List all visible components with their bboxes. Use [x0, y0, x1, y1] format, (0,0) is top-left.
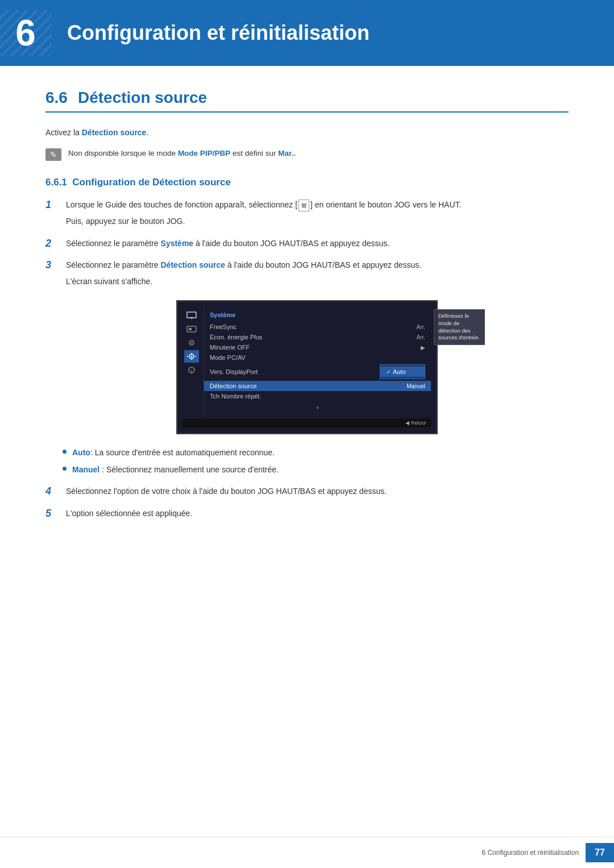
menu-item-freesync: FreeSync Arr. — [204, 322, 431, 332]
step-5-text: L'option sélectionnée est appliquée. — [66, 507, 569, 520]
step-4-text: Sélectionnez l'option de votre choix à l… — [66, 485, 569, 497]
step-4-num: 4 — [45, 485, 58, 497]
step-3-num: 3 — [45, 259, 58, 271]
step-1-content: Lorsque le Guide des touches de fonction… — [66, 198, 569, 227]
step-5: 5 L'option sélectionnée est appliquée. — [45, 507, 569, 520]
step-2: 2 Sélectionnez le paramètre Système à l'… — [45, 237, 569, 250]
bullet-dot-1 — [63, 450, 67, 454]
bullet-list: Auto: La source d'entrée est automatique… — [63, 447, 569, 476]
step-3-sub: L'écran suivant s'affiche. — [66, 275, 569, 288]
step-3-text: Sélectionnez le paramètre Détection sour… — [66, 259, 569, 271]
section-title: Détection source — [78, 89, 207, 107]
page-footer: 6 Configuration et réinitialisation 77 — [0, 837, 614, 868]
icon-display — [184, 309, 199, 322]
menu-header: Système — [204, 310, 431, 322]
submenu-auto: ✔ Auto — [380, 367, 425, 377]
step-2-num: 2 — [45, 237, 58, 250]
icon-info: i — [184, 364, 199, 376]
step-4-content: Sélectionnez l'option de votre choix à l… — [66, 485, 569, 497]
step-1-sub: Puis, appuyez sur le bouton JOG. — [66, 215, 569, 227]
bullet-auto: Auto: La source d'entrée est automatique… — [63, 447, 569, 459]
screen-inner: i Système FreeSync Arr. Econ. énergie Pl… — [183, 307, 431, 416]
note-box: Non disponible lorsque le mode Mode PIP/… — [45, 148, 569, 161]
nav-back-label: Retour — [411, 420, 426, 426]
menu-item-tch: Tch Nombre répét. — [204, 391, 431, 401]
step-3-content: Sélectionnez le paramètre Détection sour… — [66, 259, 569, 288]
menu-item-mode-pcav: Mode PC/AV — [204, 352, 431, 363]
bullet-dot-2 — [63, 467, 67, 471]
section-number: 6.6 — [45, 89, 68, 107]
subsection-number: 6.6.1 — [45, 177, 67, 188]
menu-item-vers-dp: Vers. DisplayPort ✔ Auto — [204, 363, 431, 381]
chapter-number-box: 6 — [0, 10, 51, 56]
step-2-content: Sélectionnez le paramètre Système à l'ai… — [66, 237, 569, 250]
intro-end: . — [146, 128, 148, 137]
bullet-manuel: Manuel : Sélectionnez manuellement une s… — [63, 464, 569, 476]
bullet-auto-text: Auto: La source d'entrée est automatique… — [72, 447, 275, 459]
footer-text: 6 Configuration et réinitialisation — [482, 849, 579, 857]
steps-list-2: 4 Sélectionnez l'option de votre choix à… — [45, 485, 569, 520]
icon-system — [184, 350, 199, 363]
submenu-options: ✔ Auto — [380, 364, 425, 379]
intro-highlight: Détection source — [82, 128, 147, 137]
menu-panel: Système FreeSync Arr. Econ. énergie Plus… — [204, 307, 431, 416]
section-heading: 6.6 Détection source — [45, 89, 569, 113]
step-3-highlight: Détection source — [161, 260, 226, 269]
menu-item-econ: Econ. énergie Plus Arr. — [204, 332, 431, 342]
tooltip-box: Définissez le mode de détection des sour… — [434, 309, 485, 345]
screen-container: i Système FreeSync Arr. Econ. énergie Pl… — [45, 300, 569, 434]
subsection-title: Configuration de Détection source — [72, 177, 231, 188]
note-icon — [45, 148, 61, 161]
svg-rect-4 — [189, 328, 192, 330]
menu-item-detection: Détection source Manuel — [204, 381, 431, 391]
step-2-highlight: Système — [161, 239, 194, 248]
step-5-content: L'option sélectionnée est appliquée. — [66, 507, 569, 520]
nav-bar: ◀ Retour — [183, 418, 431, 427]
step-4: 4 Sélectionnez l'option de votre choix à… — [45, 485, 569, 497]
step-5-num: 5 — [45, 507, 58, 520]
step-1: 1 Lorsque le Guide des touches de foncti… — [45, 198, 569, 227]
tooltip-text: Définissez le mode de détection des sour… — [438, 313, 480, 340]
step-1-num: 1 — [45, 198, 58, 211]
svg-text:i: i — [191, 368, 192, 373]
intro-paragraph: Activez la Détection source. — [45, 126, 569, 139]
note-text: Non disponible lorsque le mode Mode PIP/… — [68, 148, 296, 160]
jog-icon: ⊞ — [298, 200, 309, 212]
chapter-title: Configuration et réinitialisation — [51, 21, 370, 45]
svg-rect-0 — [187, 312, 196, 318]
icon-brightness — [184, 323, 199, 335]
chapter-number: 6 — [15, 15, 36, 51]
footer-page-number: 77 — [586, 843, 614, 862]
step-3: 3 Sélectionnez le paramètre Détection so… — [45, 259, 569, 288]
main-content: 6.6 Détection source Activez la Détectio… — [0, 66, 614, 563]
nav-back: ◀ Retour — [405, 420, 426, 426]
subsection-heading: 6.6.1 Configuration de Détection source — [45, 177, 569, 188]
svg-point-7 — [191, 356, 193, 358]
menu-icons: i — [183, 307, 204, 416]
screen-image: i Système FreeSync Arr. Econ. énergie Pl… — [176, 300, 438, 434]
bullet-manuel-text: Manuel : Sélectionnez manuellement une s… — [72, 464, 279, 476]
step-2-text: Sélectionnez le paramètre Système à l'ai… — [66, 237, 569, 250]
steps-list: 1 Lorsque le Guide des touches de foncti… — [45, 198, 569, 288]
menu-item-minuterie: Minuterie OFF ▶ — [204, 342, 431, 352]
icon-color — [184, 337, 199, 349]
intro-text: Activez la — [45, 128, 82, 137]
chapter-header: 6 Configuration et réinitialisation — [0, 0, 614, 66]
step-1-text: Lorsque le Guide des touches de fonction… — [66, 198, 569, 211]
